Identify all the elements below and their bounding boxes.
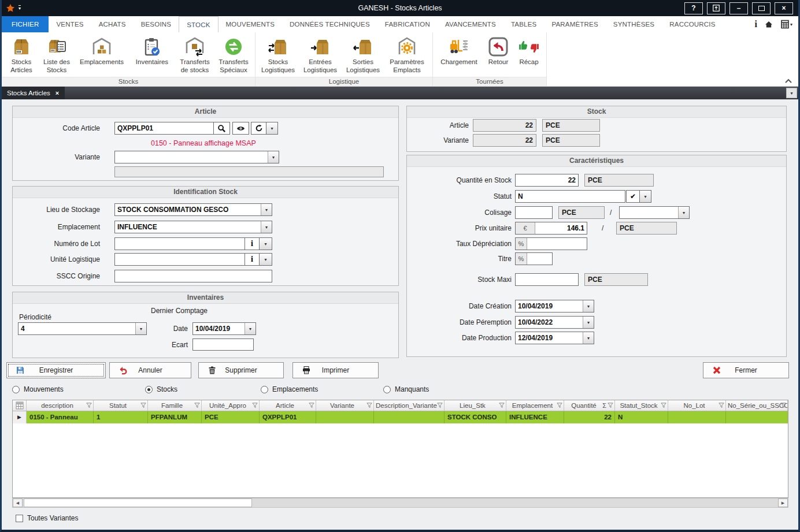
maximize-button[interactable] [752, 2, 771, 14]
lot-dropdown-button[interactable]: ▾ [259, 237, 272, 250]
chevron-down-icon[interactable]: ▾ [583, 332, 594, 344]
chevron-down-icon[interactable]: ▾ [261, 204, 272, 215]
filter-icon[interactable] [437, 403, 443, 408]
menu-tab-fabrication[interactable]: FABRICATION [377, 16, 438, 32]
prix-unitaire-input[interactable] [535, 222, 587, 234]
column-header-unite-appro[interactable]: Unité_Appro [202, 400, 260, 411]
info-icon[interactable]: i [755, 19, 757, 29]
column-header-statut-stock[interactable]: Statut_Stock [615, 400, 668, 411]
refresh-button[interactable] [251, 122, 266, 135]
ribbon-button-stocks-articles[interactable]: Stocks Articles [5, 34, 38, 76]
view-button[interactable] [232, 122, 249, 135]
ribbon-button-stocks-logistiques[interactable]: Stocks Logistiques [259, 34, 297, 76]
unite-info-button[interactable]: i [245, 253, 260, 266]
column-header-variante[interactable]: Variante [316, 400, 374, 411]
chevron-down-icon[interactable]: ▾ [678, 207, 689, 218]
menu-tab-mouvements[interactable]: MOUVEMENTS [218, 16, 282, 32]
chevron-down-icon[interactable]: ▾ [268, 151, 279, 163]
filter-icon[interactable] [718, 403, 724, 408]
help-button[interactable]: ? [684, 2, 703, 14]
ribbon-button-parametres-emplacts[interactable]: Paramètres Emplacts [385, 34, 429, 76]
filter-icon[interactable] [661, 403, 666, 408]
filter-icon[interactable] [86, 403, 92, 408]
tab-close-icon[interactable]: × [55, 90, 59, 96]
taux-depreciation-input[interactable] [527, 238, 587, 250]
emplacement-combo[interactable]: INFLUENCE ▾ [114, 221, 272, 233]
grid-corner-button[interactable] [13, 400, 27, 411]
filter-icon[interactable] [780, 403, 786, 408]
filter-icon[interactable] [557, 403, 562, 408]
column-header-no-serie-sscc[interactable]: No_Série_ou_SSCC [726, 400, 788, 411]
chevron-down-icon[interactable]: ▾ [245, 323, 255, 334]
imprimer-button[interactable]: Imprimer [292, 362, 379, 378]
column-header-statut[interactable]: Statut [94, 400, 148, 411]
calculator-button[interactable]: ▾ [780, 20, 792, 29]
enregistrer-button[interactable]: Enregistrer [6, 362, 106, 378]
column-header-no-lot[interactable]: No_Lot [668, 400, 726, 411]
ribbon-button-transferts-speciaux[interactable]: Transferts Spéciaux [216, 34, 251, 76]
date-peremption-combo[interactable]: 10/04/2022 ▾ [515, 316, 594, 329]
scroll-right-button[interactable]: ▶ [778, 498, 788, 507]
table-row[interactable]: ▶ 0150 - Panneau 1 PFPANLUM PCE QXPPLP01… [13, 411, 788, 423]
periodicite-combo[interactable]: 4 ▾ [18, 322, 147, 335]
radio-stocks[interactable]: Stocks [145, 385, 177, 394]
quantite-stock-input[interactable] [515, 174, 579, 187]
column-header-description-variante[interactable]: Description_Variante [374, 400, 445, 411]
numero-lot-input[interactable] [114, 237, 245, 250]
menu-tab-stock[interactable]: STOCK [179, 16, 218, 32]
column-header-emplacement[interactable]: Emplacement [506, 400, 564, 411]
sscc-origine-input[interactable] [114, 270, 272, 282]
colisage-input[interactable] [515, 206, 553, 219]
document-tab-stocks-articles[interactable]: Stocks Articles × [2, 87, 65, 99]
date-production-combo[interactable]: 12/04/2019 ▾ [515, 332, 594, 344]
filter-icon[interactable] [608, 403, 613, 408]
statut-dropdown-button[interactable]: ▾ [639, 190, 651, 203]
lieu-stockage-combo[interactable]: STOCK CONSOMMATION GESCO ▾ [114, 203, 272, 216]
column-header-quantite[interactable]: QuantitéΣ [564, 400, 615, 411]
filter-icon[interactable] [499, 403, 505, 408]
radio-emplacements[interactable]: Emplacements [261, 385, 318, 394]
menu-tab-syntheses[interactable]: SYNTHÈSES [606, 16, 662, 32]
tabstrip-dropdown-icon[interactable]: ▾ [786, 88, 797, 98]
menu-tab-ventes[interactable]: VENTES [49, 16, 91, 32]
chevron-down-icon[interactable]: ▾ [583, 317, 594, 328]
code-article-dropdown-button[interactable]: ▾ [266, 122, 278, 135]
chevron-down-icon[interactable]: ▾ [135, 323, 146, 334]
scrollbar-thumb[interactable] [24, 498, 252, 507]
minimize-button[interactable]: – [729, 2, 748, 14]
scroll-left-button[interactable]: ◀ [13, 498, 23, 507]
variante-combo[interactable]: ▾ [114, 151, 279, 163]
colisage-alt-combo[interactable]: ▾ [619, 206, 690, 219]
menu-tab-avancements[interactable]: AVANCEMENTS [438, 16, 503, 32]
sum-icon[interactable]: Σ [602, 400, 606, 411]
close-button[interactable]: × [775, 2, 793, 14]
ribbon-button-recap[interactable]: Récap [515, 34, 543, 69]
filter-icon[interactable] [309, 403, 314, 408]
menu-tab-donnees-techniques[interactable]: DONNÉES TECHNIQUES [282, 16, 377, 32]
annuler-button[interactable]: Annuler [109, 362, 191, 378]
filter-icon[interactable] [366, 403, 372, 408]
unite-logistique-input[interactable] [114, 253, 245, 266]
menu-tab-tables[interactable]: TABLES [503, 16, 544, 32]
ribbon-button-liste-des-stocks[interactable]: Liste des Stocks [40, 34, 73, 76]
radio-mouvements[interactable]: Mouvements [12, 385, 64, 394]
quick-access-dropdown-icon[interactable]: ▾ [18, 5, 21, 11]
fermer-button[interactable]: Fermer [703, 362, 789, 378]
pin-button[interactable] [707, 2, 725, 14]
search-button[interactable] [213, 122, 230, 135]
ribbon-button-transferts-de-stocks[interactable]: Transferts de stocks [176, 34, 213, 76]
ribbon-button-sorties-logistiques[interactable]: Sorties Logistiques [343, 34, 383, 76]
titre-input[interactable] [527, 253, 552, 265]
column-header-lieu-stk[interactable]: Lieu_Stk [445, 400, 506, 411]
chevron-down-icon[interactable]: ▾ [261, 221, 272, 233]
radio-manquants[interactable]: Manquants [383, 385, 429, 394]
unite-dropdown-button[interactable]: ▾ [259, 253, 272, 266]
ribbon-button-retour[interactable]: Retour [484, 34, 513, 69]
ribbon-button-emplacements[interactable]: Emplacements [76, 34, 128, 69]
filter-icon[interactable] [194, 403, 200, 408]
menu-tab-besoins[interactable]: BESOINS [134, 16, 179, 32]
home-icon[interactable] [764, 20, 773, 29]
supprimer-button[interactable]: Supprimer [198, 362, 284, 378]
menu-tab-parametres[interactable]: PARAMÈTRES [544, 16, 605, 32]
ribbon-collapse-chevron-icon[interactable] [784, 79, 792, 84]
